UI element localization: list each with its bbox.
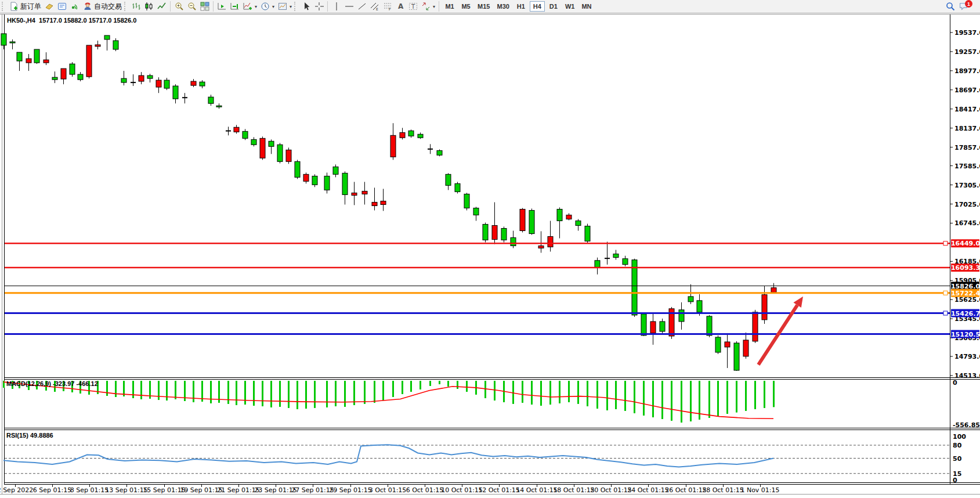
candle	[191, 81, 196, 85]
fibonacci-tool-button[interactable]: F	[381, 1, 394, 12]
candle	[234, 127, 239, 132]
svg-text:E: E	[376, 7, 378, 11]
line-chart-button[interactable]	[156, 1, 168, 12]
candle	[52, 77, 57, 80]
zoom-out-button[interactable]	[186, 1, 198, 12]
date-label[interactable]: 20 Oct 01:15	[590, 486, 632, 494]
candle	[455, 183, 460, 192]
signals-button[interactable]	[68, 1, 81, 12]
zoom-in-button[interactable]	[173, 1, 186, 12]
candle	[26, 59, 31, 63]
candle	[595, 261, 600, 268]
eraser-button[interactable]	[43, 1, 56, 12]
price-line-badge-label: 15120.5	[951, 331, 980, 338]
tile-windows-button[interactable]	[198, 1, 211, 12]
date-label[interactable]: 27 Sep 01:15	[291, 486, 334, 494]
date-label[interactable]: 13 Sep 01:15	[105, 486, 147, 494]
date-label[interactable]: 23 Sep 01:15	[254, 486, 296, 494]
candle	[277, 145, 283, 161]
tab-timeframe-mn[interactable]: MN	[578, 1, 594, 12]
search-button[interactable]	[944, 1, 957, 12]
date-label[interactable]: 10 Oct 01:15	[441, 486, 483, 494]
tab-timeframe-m15[interactable]: M15	[475, 1, 493, 12]
price-line-marker[interactable]	[943, 241, 948, 246]
fibonacci-icon: F	[383, 2, 392, 11]
zoom-in-icon	[175, 2, 184, 11]
text-tool-button[interactable]: A	[394, 1, 407, 12]
autotrade-label: 自动交易	[94, 2, 122, 12]
tab-timeframe-h4[interactable]: H4	[530, 1, 545, 12]
chart-symbol-period: HK50-,H4	[7, 17, 35, 24]
zoom-out-icon	[187, 2, 197, 11]
date-label[interactable]: 2 Sep 2022	[0, 486, 33, 494]
price-line-marker[interactable]	[943, 311, 948, 315]
price-tick-label: 18417.0	[954, 106, 980, 113]
tab-timeframe-m30[interactable]: M30	[494, 1, 512, 12]
date-label[interactable]: 28 Oct 01:15	[702, 486, 744, 494]
date-label[interactable]: 12 Oct 01:15	[478, 486, 520, 494]
candle	[173, 86, 178, 99]
autotrade-button[interactable]: 自动交易	[81, 1, 124, 12]
candle	[725, 342, 730, 347]
candle	[95, 45, 100, 46]
trendline-tool-button[interactable]	[356, 1, 368, 12]
date-label[interactable]: 8 Sep 01:15	[70, 486, 109, 494]
candle	[269, 141, 274, 146]
date-label[interactable]: 21 Sep 01:15	[217, 486, 259, 494]
text-label-tool-button[interactable]: T	[407, 1, 420, 12]
candle	[164, 80, 169, 88]
crosshair-tool-button[interactable]	[313, 1, 326, 12]
new-order-button[interactable]: 新订单	[8, 1, 43, 12]
date-label[interactable]: 29 Sep 01:15	[329, 486, 371, 494]
market-window-button[interactable]	[56, 1, 68, 12]
price-tick-label: 17025.0	[954, 201, 980, 208]
clock-icon	[261, 2, 270, 11]
date-label[interactable]: 3 Oct 01:15	[369, 486, 407, 494]
tab-timeframe-h1[interactable]: H1	[513, 1, 529, 12]
channel-tool-button[interactable]: E	[368, 1, 381, 12]
candle	[342, 173, 348, 194]
auto-scroll-button[interactable]	[216, 1, 229, 12]
date-label[interactable]: 1 Nov 01:15	[740, 486, 779, 494]
macd-values: -323.97 -466.12	[53, 380, 98, 387]
svg-text:A: A	[398, 2, 404, 10]
date-label[interactable]: 14 Oct 01:15	[516, 486, 558, 494]
horizontal-line-tool-button[interactable]	[343, 1, 356, 12]
tab-timeframe-m5[interactable]: M5	[458, 1, 473, 12]
tab-timeframe-d1[interactable]: D1	[546, 1, 561, 12]
date-label[interactable]: 18 Oct 01:15	[553, 486, 595, 494]
candle	[34, 49, 39, 63]
chart-shift-button[interactable]	[229, 1, 241, 12]
date-label[interactable]: 6 Oct 01:15	[406, 486, 444, 494]
templates-button[interactable]: ▾	[276, 1, 294, 12]
date-label[interactable]: 6 Sep 01:15	[33, 486, 71, 494]
periods-button[interactable]: ▾	[259, 1, 276, 12]
price-tick-label: 19257.0	[954, 48, 980, 56]
indicators-button[interactable]: ▾	[241, 1, 259, 12]
price-tick-label: 15625.0	[954, 296, 980, 304]
date-label[interactable]: 26 Oct 01:15	[665, 486, 707, 494]
eraser-icon	[45, 2, 54, 11]
arrows-tool-button[interactable]: ▾	[420, 1, 437, 12]
candle	[576, 221, 581, 225]
tab-timeframe-m1[interactable]: M1	[442, 1, 457, 12]
bar-chart-button[interactable]	[130, 1, 143, 12]
tab-timeframe-w1[interactable]: W1	[562, 1, 578, 12]
date-label[interactable]: 19 Sep 01:15	[180, 486, 222, 494]
cursor-tool-button[interactable]	[300, 1, 313, 12]
candlestick-chart-button[interactable]	[143, 1, 156, 12]
vertical-line-tool-button[interactable]	[330, 1, 343, 12]
date-label[interactable]: 15 Sep 01:15	[143, 486, 185, 494]
price-line-marker[interactable]	[943, 291, 948, 295]
line-chart-icon	[157, 2, 167, 11]
price-line-badge-label: 16093.3	[951, 264, 980, 272]
autotrade-icon	[83, 2, 92, 11]
candle	[333, 167, 338, 174]
tile-windows-icon	[200, 2, 209, 11]
candle	[753, 312, 758, 341]
trendline-icon	[357, 2, 367, 11]
candle	[697, 301, 702, 312]
candle	[650, 322, 656, 333]
date-label[interactable]: 24 Oct 01:15	[627, 486, 669, 494]
chat-button[interactable]: 1	[957, 1, 971, 12]
